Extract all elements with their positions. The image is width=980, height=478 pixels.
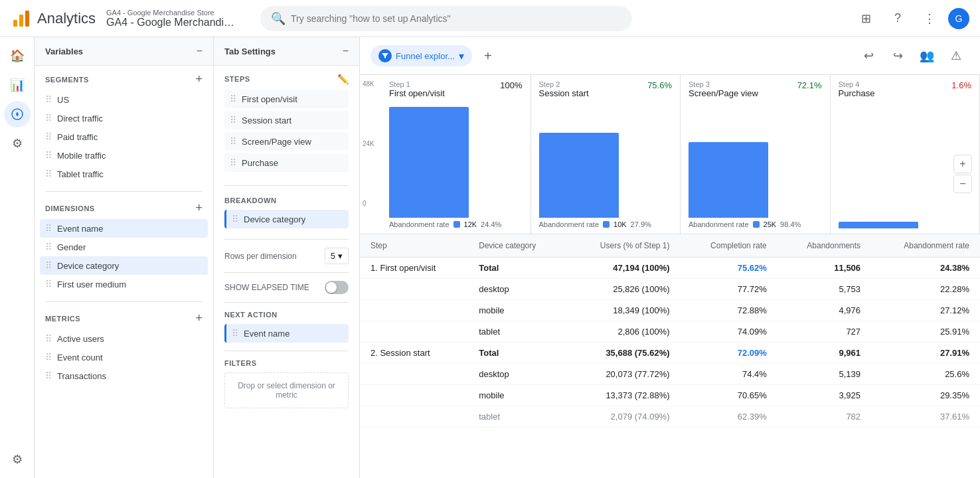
step-item-first-open[interactable]: ⠿ First open/visit [224, 90, 349, 108]
settings-header: Tab Settings − [214, 37, 359, 66]
list-item[interactable]: ⠿Tablet traffic [40, 165, 208, 183]
list-item[interactable]: ⠿Event name [40, 219, 208, 238]
bar-chart-icon[interactable]: 📊 [4, 72, 31, 98]
funnel-step-2: Step 2 Session start 75.6% Abandonment r… [531, 75, 681, 234]
step-4-info: Step 4 Purchase [839, 80, 875, 98]
list-item[interactable]: ⠿Paid traffic [40, 127, 208, 146]
settings-minimize[interactable]: − [343, 45, 349, 57]
list-item[interactable]: ⠿Device category [40, 256, 208, 275]
step-2-info: Step 2 Session start [539, 80, 589, 98]
dimensions-add[interactable]: + [195, 201, 203, 215]
abandon-pct: 98.4% [780, 220, 801, 228]
property-info: GA4 - Google Merchandise Store GA4 - Goo… [106, 9, 239, 29]
step-item-screen-page[interactable]: ⠿ Screen/Page view [224, 132, 349, 151]
completion-cell: 75.62% [681, 258, 777, 279]
search-input[interactable] [291, 13, 621, 24]
divider [224, 272, 349, 273]
explore-icon[interactable] [4, 101, 31, 127]
item-label: Event count [57, 353, 103, 362]
variables-minimize[interactable]: − [197, 45, 203, 57]
table-body: 1. First open/visit Total 47,194 (100%) … [360, 258, 980, 428]
search-bar[interactable]: 🔍 [260, 6, 632, 31]
step-1-name: First open/visit [389, 88, 445, 98]
variables-header: Variables − [35, 37, 213, 66]
metrics-add[interactable]: + [195, 311, 203, 325]
abandon-rate-cell: 27.91% [871, 343, 980, 364]
zoom-out-button[interactable]: − [953, 175, 972, 193]
completion-cell: 72.88% [681, 300, 777, 321]
zoom-in-button[interactable]: + [953, 155, 972, 173]
funnel-tab[interactable]: Funnel explor... ▾ [370, 45, 472, 66]
step-item-session-start[interactable]: ⠿ Session start [224, 111, 349, 129]
breakdown-section: BREAKDOWN ⠿ Device category [214, 189, 359, 236]
list-item[interactable]: ⠿US [40, 90, 208, 109]
next-action-value: Event name [244, 329, 289, 339]
col-abandonments: Abandonments [777, 234, 871, 258]
more-icon[interactable]: ⋮ [916, 5, 943, 32]
settings-icon[interactable]: ⚙ [4, 446, 31, 473]
next-action-section: NEXT ACTION ⠿ Event name [214, 305, 359, 348]
abandon-cell: 782 [777, 406, 871, 428]
abandon-cell: 5,139 [777, 364, 871, 385]
drag-icon: ⠿ [45, 370, 52, 381]
drag-icon: ⠿ [45, 94, 52, 105]
table-row: desktop 20,073 (77.72%) 74.4% 5,139 25.6… [360, 364, 980, 385]
item-label: Direct traffic [57, 114, 103, 123]
breakdown-value: Device category [244, 214, 305, 224]
redo-icon[interactable]: ↪ [884, 42, 911, 69]
edit-icon[interactable]: ✏️ [337, 74, 349, 84]
search-icon: 🔍 [271, 11, 286, 26]
share-users-icon[interactable]: 👥 [914, 42, 940, 69]
list-item[interactable]: ⠿Transactions [40, 366, 208, 385]
drag-icon: ⠿ [230, 136, 236, 147]
alert-icon[interactable]: ⚠ [943, 42, 969, 69]
category-cell: Total [468, 258, 566, 279]
step-2-chart [539, 101, 673, 218]
table-row: tablet 2,806 (100%) 74.09% 727 25.91% [360, 321, 980, 343]
undo-icon[interactable]: ↩ [855, 42, 882, 69]
explorer-header: Funnel explor... ▾ + ↩ ↪ 👥 ⚠ [360, 37, 980, 75]
item-label: Gender [57, 242, 86, 252]
chevron-down-icon: ▾ [459, 50, 464, 62]
help-icon[interactable]: ? [884, 5, 911, 32]
configure-icon[interactable]: ⚙ [4, 130, 31, 157]
list-item[interactable]: ⠿Active users [40, 329, 208, 348]
avatar[interactable]: G [948, 8, 969, 29]
table-row: mobile 13,373 (72.88%) 70.65% 3,925 29.3… [360, 385, 980, 406]
table-row: 2. Session start Total 35,688 (75.62%) 7… [360, 343, 980, 364]
tab-label: Funnel explor... [396, 51, 455, 61]
home-icon[interactable]: 🏠 [4, 42, 31, 69]
breakdown-item[interactable]: ⠿ Device category [224, 210, 349, 228]
step-2-num: Step 2 [539, 80, 589, 88]
abandon-rate-cell: 25.6% [871, 364, 980, 385]
table-header-row: Step Device category Users (% of Step 1)… [360, 234, 980, 258]
list-item[interactable]: ⠿Direct traffic [40, 109, 208, 127]
abandon-badge [453, 221, 460, 228]
breakdown-label: BREAKDOWN [224, 197, 349, 204]
next-action-item[interactable]: ⠿ Event name [224, 324, 349, 343]
divider [45, 191, 203, 192]
app-name: Analytics [37, 10, 96, 27]
add-tab-button[interactable]: + [477, 45, 499, 66]
item-label: First user medium [57, 279, 126, 289]
filter-drop-zone[interactable]: Drop or select dimension or metric [224, 372, 349, 408]
step-1-abandonment: Abandonment rate 12K 24.4% [389, 220, 523, 228]
abandon-label: Abandonment rate [389, 220, 449, 228]
filters-label: FILTERS [224, 359, 349, 367]
list-item[interactable]: ⠿Event count [40, 348, 208, 366]
step-cell: 1. First open/visit [360, 258, 468, 279]
segments-add[interactable]: + [195, 72, 203, 86]
grid-icon[interactable]: ⊞ [853, 5, 879, 32]
elapsed-time-toggle[interactable] [325, 281, 349, 294]
step-4-bar [839, 222, 918, 228]
list-item[interactable]: ⠿Mobile traffic [40, 146, 208, 165]
step-item-purchase[interactable]: ⠿ Purchase [224, 153, 349, 172]
list-item[interactable]: ⠿Gender [40, 238, 208, 256]
item-label: US [57, 95, 69, 105]
item-label: Device category [57, 261, 119, 271]
completion-cell: 74.09% [681, 321, 777, 343]
step-3-chart [689, 101, 822, 218]
rows-select[interactable]: 5 ▾ [325, 248, 349, 264]
list-item[interactable]: ⠿First user medium [40, 275, 208, 293]
segments-list: ⠿US ⠿Direct traffic ⠿Paid traffic ⠿Mobil… [35, 90, 213, 189]
